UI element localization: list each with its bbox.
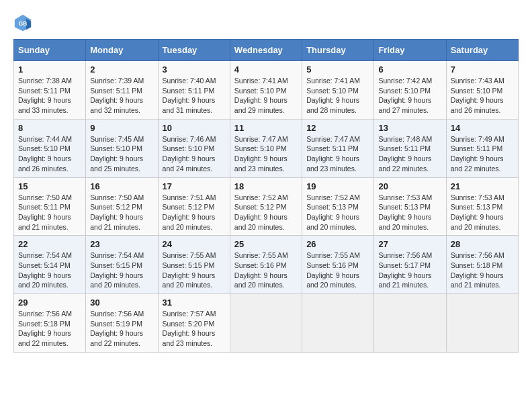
day-info: Sunrise: 7:40 AMSunset: 5:11 PMDaylight:… [163, 77, 216, 114]
day-info: Sunrise: 7:56 AMSunset: 5:18 PMDaylight:… [18, 310, 72, 347]
day-number: 24 [163, 239, 226, 249]
calendar-cell: 18 Sunrise: 7:52 AMSunset: 5:12 PMDaylig… [230, 177, 302, 236]
day-number: 5 [306, 64, 369, 75]
calendar-week-row: 15 Sunrise: 7:50 AMSunset: 5:11 PMDaylig… [14, 177, 519, 236]
day-number: 19 [306, 181, 369, 191]
logo-icon: GB [13, 13, 32, 32]
calendar-cell: 10 Sunrise: 7:46 AMSunset: 5:10 PMDaylig… [158, 119, 230, 177]
day-info: Sunrise: 7:55 AMSunset: 5:15 PMDaylight:… [163, 251, 216, 289]
calendar-cell: 27 Sunrise: 7:56 AMSunset: 5:17 PMDaylig… [374, 236, 446, 294]
weekday-header: Tuesday [158, 40, 230, 61]
calendar-cell: 20 Sunrise: 7:53 AMSunset: 5:13 PMDaylig… [374, 177, 446, 236]
day-info: Sunrise: 7:38 AMSunset: 5:11 PMDaylight:… [18, 77, 72, 114]
day-number: 10 [163, 123, 226, 133]
day-number: 4 [234, 64, 298, 75]
day-number: 21 [451, 181, 514, 191]
day-info: Sunrise: 7:53 AMSunset: 5:13 PMDaylight:… [451, 193, 504, 231]
day-number: 2 [90, 64, 153, 75]
weekday-header: Monday [86, 40, 158, 61]
day-info: Sunrise: 7:43 AMSunset: 5:10 PMDaylight:… [451, 77, 504, 114]
day-number: 7 [451, 64, 514, 75]
day-number: 16 [90, 181, 153, 191]
day-info: Sunrise: 7:52 AMSunset: 5:13 PMDaylight:… [306, 193, 360, 231]
calendar-cell: 28 Sunrise: 7:56 AMSunset: 5:18 PMDaylig… [446, 236, 518, 294]
calendar-cell: 2 Sunrise: 7:39 AMSunset: 5:11 PMDayligh… [86, 61, 158, 120]
calendar-cell [302, 294, 374, 353]
calendar-cell [446, 294, 518, 353]
day-number: 26 [306, 239, 369, 249]
calendar-cell: 16 Sunrise: 7:50 AMSunset: 5:12 PMDaylig… [86, 177, 158, 236]
calendar-cell: 29 Sunrise: 7:56 AMSunset: 5:18 PMDaylig… [14, 294, 86, 353]
day-info: Sunrise: 7:52 AMSunset: 5:12 PMDaylight:… [234, 193, 288, 231]
day-info: Sunrise: 7:55 AMSunset: 5:16 PMDaylight:… [234, 251, 288, 289]
calendar-cell: 19 Sunrise: 7:52 AMSunset: 5:13 PMDaylig… [302, 177, 374, 236]
calendar-cell: 26 Sunrise: 7:55 AMSunset: 5:16 PMDaylig… [302, 236, 374, 294]
calendar-header: SundayMondayTuesdayWednesdayThursdayFrid… [14, 40, 519, 61]
calendar-cell: 24 Sunrise: 7:55 AMSunset: 5:15 PMDaylig… [158, 236, 230, 294]
logo: GB [13, 13, 35, 32]
day-number: 3 [163, 64, 226, 75]
day-number: 27 [378, 239, 441, 249]
calendar-cell [374, 294, 446, 353]
calendar-cell: 6 Sunrise: 7:42 AMSunset: 5:10 PMDayligh… [374, 61, 446, 120]
day-info: Sunrise: 7:44 AMSunset: 5:10 PMDaylight:… [18, 135, 72, 173]
day-number: 8 [18, 123, 81, 133]
day-number: 17 [163, 181, 226, 191]
day-number: 25 [234, 239, 298, 249]
weekday-header: Sunday [14, 40, 86, 61]
day-number: 9 [90, 123, 153, 133]
day-info: Sunrise: 7:56 AMSunset: 5:18 PMDaylight:… [451, 251, 504, 289]
day-info: Sunrise: 7:50 AMSunset: 5:11 PMDaylight:… [18, 193, 72, 231]
weekday-header: Friday [374, 40, 446, 61]
calendar-cell: 8 Sunrise: 7:44 AMSunset: 5:10 PMDayligh… [14, 119, 86, 177]
day-number: 28 [451, 239, 514, 249]
day-info: Sunrise: 7:49 AMSunset: 5:11 PMDaylight:… [451, 135, 504, 173]
calendar-cell: 7 Sunrise: 7:43 AMSunset: 5:10 PMDayligh… [446, 61, 518, 120]
day-number: 20 [378, 181, 441, 191]
calendar-cell: 15 Sunrise: 7:50 AMSunset: 5:11 PMDaylig… [14, 177, 86, 236]
day-info: Sunrise: 7:41 AMSunset: 5:10 PMDaylight:… [306, 77, 360, 114]
weekday-header: Wednesday [230, 40, 302, 61]
day-number: 23 [90, 239, 153, 249]
day-info: Sunrise: 7:57 AMSunset: 5:20 PMDaylight:… [163, 310, 216, 347]
calendar-week-row: 22 Sunrise: 7:54 AMSunset: 5:14 PMDaylig… [14, 236, 519, 294]
day-info: Sunrise: 7:51 AMSunset: 5:12 PMDaylight:… [163, 193, 216, 231]
calendar-cell: 21 Sunrise: 7:53 AMSunset: 5:13 PMDaylig… [446, 177, 518, 236]
day-number: 14 [451, 123, 514, 133]
day-number: 30 [90, 298, 153, 308]
day-number: 13 [378, 123, 441, 133]
day-number: 1 [18, 64, 81, 75]
calendar-cell: 1 Sunrise: 7:38 AMSunset: 5:11 PMDayligh… [14, 61, 86, 120]
day-info: Sunrise: 7:41 AMSunset: 5:10 PMDaylight:… [234, 77, 288, 114]
weekday-header: Thursday [302, 40, 374, 61]
svg-text:GB: GB [19, 20, 28, 27]
calendar-cell: 17 Sunrise: 7:51 AMSunset: 5:12 PMDaylig… [158, 177, 230, 236]
day-info: Sunrise: 7:48 AMSunset: 5:11 PMDaylight:… [378, 135, 432, 173]
calendar-cell: 31 Sunrise: 7:57 AMSunset: 5:20 PMDaylig… [158, 294, 230, 353]
weekday-header: Saturday [446, 40, 518, 61]
calendar-cell: 3 Sunrise: 7:40 AMSunset: 5:11 PMDayligh… [158, 61, 230, 120]
calendar-week-row: 29 Sunrise: 7:56 AMSunset: 5:18 PMDaylig… [14, 294, 519, 353]
calendar-week-row: 8 Sunrise: 7:44 AMSunset: 5:10 PMDayligh… [14, 119, 519, 177]
page-header: GB [13, 13, 519, 32]
weekday-header-row: SundayMondayTuesdayWednesdayThursdayFrid… [14, 40, 519, 61]
day-number: 6 [378, 64, 441, 75]
calendar-cell: 12 Sunrise: 7:47 AMSunset: 5:11 PMDaylig… [302, 119, 374, 177]
day-info: Sunrise: 7:50 AMSunset: 5:12 PMDaylight:… [90, 193, 144, 231]
calendar-cell: 4 Sunrise: 7:41 AMSunset: 5:10 PMDayligh… [230, 61, 302, 120]
day-info: Sunrise: 7:54 AMSunset: 5:14 PMDaylight:… [18, 251, 72, 289]
day-info: Sunrise: 7:45 AMSunset: 5:10 PMDaylight:… [90, 135, 144, 173]
day-info: Sunrise: 7:46 AMSunset: 5:10 PMDaylight:… [163, 135, 216, 173]
calendar-cell [230, 294, 302, 353]
day-number: 15 [18, 181, 81, 191]
day-number: 12 [306, 123, 369, 133]
day-number: 22 [18, 239, 81, 249]
calendar-table: SundayMondayTuesdayWednesdayThursdayFrid… [13, 39, 519, 353]
day-info: Sunrise: 7:56 AMSunset: 5:19 PMDaylight:… [90, 310, 144, 347]
calendar-body: 1 Sunrise: 7:38 AMSunset: 5:11 PMDayligh… [14, 61, 519, 353]
day-info: Sunrise: 7:47 AMSunset: 5:10 PMDaylight:… [234, 135, 288, 173]
calendar-cell: 22 Sunrise: 7:54 AMSunset: 5:14 PMDaylig… [14, 236, 86, 294]
day-number: 29 [18, 298, 81, 308]
calendar-cell: 14 Sunrise: 7:49 AMSunset: 5:11 PMDaylig… [446, 119, 518, 177]
day-info: Sunrise: 7:54 AMSunset: 5:15 PMDaylight:… [90, 251, 144, 289]
